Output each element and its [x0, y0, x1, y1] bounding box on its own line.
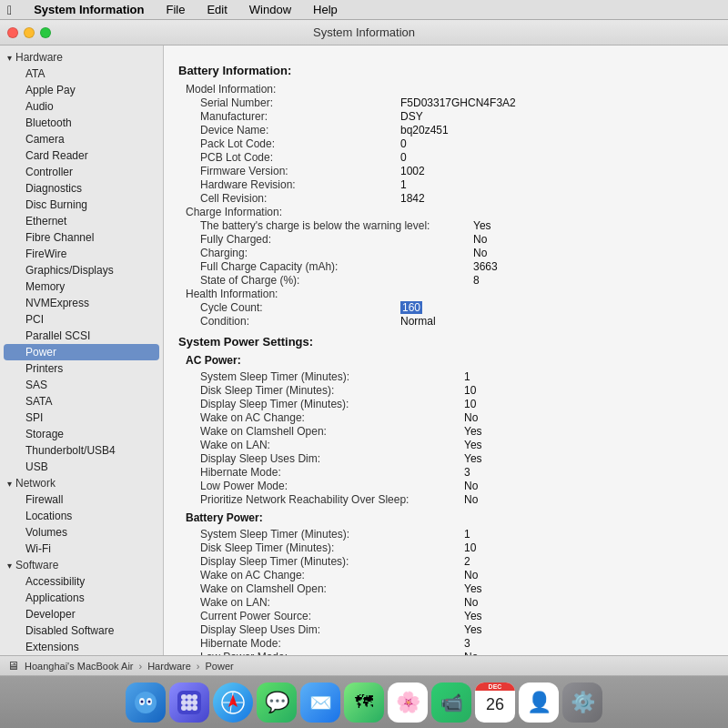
- full-charge-value: 3663: [473, 260, 498, 273]
- dock-contacts[interactable]: 👤: [519, 682, 559, 723]
- sidebar-item-applepay[interactable]: Apple Pay: [4, 82, 159, 98]
- sidebar-item-nvmexpress[interactable]: NVMExpress: [4, 295, 159, 311]
- sidebar-item-disabledsoftware[interactable]: Disabled Software: [4, 622, 159, 639]
- sidebar-item-spi[interactable]: SPI: [4, 410, 159, 426]
- sidebar-item-storage[interactable]: Storage: [4, 426, 159, 442]
- sidebar-item-applications[interactable]: Applications: [4, 590, 159, 606]
- sidebar-item-cardreader[interactable]: Card Reader: [4, 147, 159, 164]
- dock-facetime[interactable]: 📹: [431, 682, 471, 723]
- sidebar-item-wifi[interactable]: Wi-Fi: [4, 541, 159, 557]
- sidebar-item-camera[interactable]: Camera: [4, 131, 159, 147]
- ac-display-sleep-row: Display Sleep Timer (Minutes): 10: [200, 398, 713, 410]
- software-toggle-arrow: ▾: [7, 561, 12, 571]
- bat-display-dim-label: Display Sleep Uses Dim:: [200, 623, 464, 636]
- sidebar-item-accessibility[interactable]: Accessibility: [4, 573, 159, 590]
- sidebar-item-ethernet[interactable]: Ethernet: [4, 213, 159, 229]
- breadcrumb-arrow-1: ›: [139, 661, 143, 672]
- condition-label: Condition:: [200, 315, 400, 328]
- ac-network-reach-value: No: [464, 493, 478, 506]
- dock-calendar[interactable]: DEC 26: [475, 682, 515, 723]
- dock-safari[interactable]: [213, 682, 253, 723]
- sidebar-item-thunderbolt[interactable]: Thunderbolt/USB4: [4, 442, 159, 459]
- bat-wake-ac-label: Wake on AC Change:: [200, 569, 464, 581]
- hardware-section-toggle[interactable]: ▾ Hardware: [0, 49, 163, 66]
- breadcrumb-section1: Hardware: [147, 661, 191, 672]
- sidebar-item-power[interactable]: Power: [4, 344, 159, 360]
- sidebar-item-memory[interactable]: Memory: [4, 278, 159, 295]
- sidebar-item-usb[interactable]: USB: [4, 459, 159, 475]
- health-info-details: Cycle Count: 160 Condition: Normal: [200, 301, 713, 328]
- sidebar-item-parallelscsi[interactable]: Parallel SCSI: [4, 328, 159, 344]
- firmware-value: 1002: [400, 165, 425, 177]
- ac-low-power-value: No: [464, 480, 478, 492]
- device-name-row: Device Name: bq20z451: [200, 124, 713, 136]
- sidebar-item-pci[interactable]: PCI: [4, 311, 159, 328]
- svg-point-13: [187, 705, 192, 711]
- ac-disk-sleep-row: Disk Sleep Timer (Minutes): 10: [200, 384, 713, 397]
- close-button[interactable]: [7, 27, 18, 38]
- sidebar-item-diagnostics[interactable]: Diagnostics: [4, 180, 159, 197]
- breadcrumb-computer: Hoanghai's MacBook Air: [25, 661, 134, 672]
- minimize-button[interactable]: [24, 27, 35, 38]
- sidebar-item-controller[interactable]: Controller: [4, 164, 159, 180]
- manufacturer-row: Manufacturer: DSY: [200, 110, 713, 123]
- bat-display-dim-row: Display Sleep Uses Dim: Yes: [200, 623, 713, 636]
- device-name-label: Device Name:: [200, 124, 400, 136]
- sidebar-item-audio[interactable]: Audio: [4, 98, 159, 115]
- sidebar-item-sata[interactable]: SATA: [4, 393, 159, 410]
- network-toggle-arrow: ▾: [7, 479, 12, 489]
- dock-launchpad[interactable]: [169, 682, 209, 723]
- ac-wake-ac-label: Wake on AC Change:: [200, 411, 464, 424]
- ac-hibernate-value: 3: [464, 466, 470, 479]
- window-menu[interactable]: Window: [246, 2, 295, 17]
- software-section-toggle[interactable]: ▾ Software: [0, 557, 163, 573]
- sidebar-item-ata[interactable]: ATA: [4, 66, 159, 82]
- ac-display-dim-value: Yes: [464, 452, 482, 465]
- sidebar-item-firewire[interactable]: FireWire: [4, 246, 159, 262]
- dock-systemprefs[interactable]: ⚙️: [562, 682, 602, 723]
- app-menu[interactable]: System Information: [30, 2, 147, 17]
- ac-disk-sleep-label: Disk Sleep Timer (Minutes):: [200, 384, 464, 397]
- cell-revision-row: Cell Revision: 1842: [200, 192, 713, 205]
- breadcrumb-arrow-2: ›: [197, 661, 200, 672]
- sidebar-item-discburning[interactable]: Disc Burning: [4, 197, 159, 213]
- sidebar[interactable]: ▾ Hardware ATA Apple Pay Audio Bluetooth…: [0, 46, 164, 655]
- ac-disk-sleep-value: 10: [464, 384, 476, 397]
- ac-wake-lan-row: Wake on LAN: Yes: [200, 439, 713, 451]
- sidebar-item-printers[interactable]: Printers: [4, 360, 159, 377]
- warning-level-value: Yes: [473, 219, 491, 232]
- dock-photos[interactable]: 🌸: [388, 682, 428, 723]
- dock-calendar-day: 26: [486, 691, 504, 718]
- condition-row: Condition: Normal: [200, 315, 713, 328]
- sidebar-item-bluetooth[interactable]: Bluetooth: [4, 115, 159, 131]
- sidebar-item-extensions[interactable]: Extensions: [4, 639, 159, 655]
- ac-low-power-label: Low Power Mode:: [200, 480, 464, 492]
- sidebar-item-locations[interactable]: Locations: [4, 508, 159, 524]
- svg-point-10: [187, 700, 192, 705]
- charge-info-header-row: Charge Information:: [186, 206, 713, 218]
- apple-menu[interactable]: : [7, 3, 12, 17]
- sidebar-item-graphics[interactable]: Graphics/Displays: [4, 262, 159, 278]
- ac-system-sleep-label: System Sleep Timer (Minutes):: [200, 370, 464, 383]
- cell-revision-value: 1842: [400, 192, 425, 205]
- edit-menu[interactable]: Edit: [203, 2, 230, 17]
- sidebar-item-sas[interactable]: SAS: [4, 377, 159, 393]
- help-menu[interactable]: Help: [309, 2, 341, 17]
- pack-lot-label: Pack Lot Code:: [200, 137, 400, 150]
- model-info-label: Model Information:: [186, 83, 386, 96]
- sidebar-item-firewall[interactable]: Firewall: [4, 491, 159, 508]
- sidebar-item-volumes[interactable]: Volumes: [4, 524, 159, 541]
- pcb-lot-row: PCB Lot Code: 0: [200, 151, 713, 164]
- maximize-button[interactable]: [40, 27, 51, 38]
- dock-messages[interactable]: 💬: [257, 682, 297, 723]
- pcb-lot-label: PCB Lot Code:: [200, 151, 400, 164]
- network-section-toggle[interactable]: ▾ Network: [0, 475, 163, 491]
- sidebar-item-developer[interactable]: Developer: [4, 606, 159, 622]
- sidebar-item-fibrechannel[interactable]: Fibre Channel: [4, 229, 159, 246]
- dock-mail[interactable]: ✉️: [300, 682, 340, 723]
- dock-maps[interactable]: 🗺: [344, 682, 384, 723]
- dock-calendar-month: DEC: [475, 682, 515, 691]
- pcb-lot-value: 0: [400, 151, 407, 164]
- file-menu[interactable]: File: [162, 2, 188, 17]
- dock-finder[interactable]: [126, 682, 166, 723]
